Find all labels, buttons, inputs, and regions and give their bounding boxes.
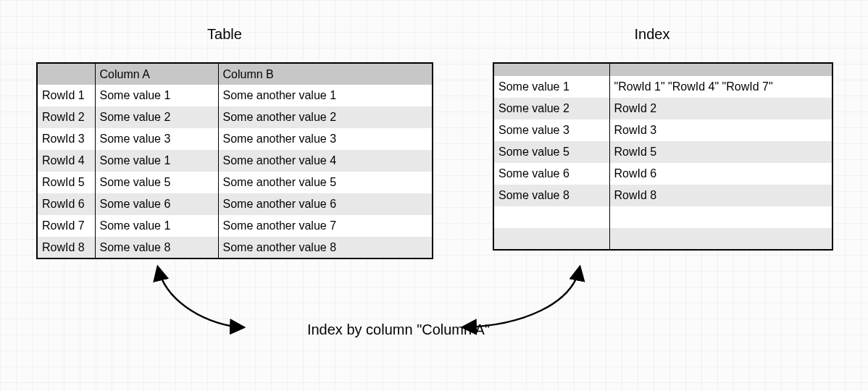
table-cell: RowId 5 xyxy=(609,141,832,163)
table-row: RowId 8Some value 8Some another value 8 xyxy=(37,237,433,258)
table-row: Some value 8RowId 8 xyxy=(493,185,832,206)
table-cell: Some value 3 xyxy=(95,128,218,150)
table-cell: Some value 2 xyxy=(95,106,218,128)
table-cell: Some another value 8 xyxy=(218,237,433,258)
table-cell: RowId 2 xyxy=(37,106,95,128)
table-cell xyxy=(609,228,832,250)
header-cell: Column A xyxy=(95,63,218,85)
table-cell: Some value 1 xyxy=(493,76,609,98)
table-cell: Some value 8 xyxy=(95,237,218,258)
table-cell xyxy=(493,228,609,250)
table-row: Some value 5RowId 5 xyxy=(493,141,832,163)
table-cell: Some value 1 xyxy=(95,215,218,237)
table-cell: Some another value 6 xyxy=(218,193,433,215)
table-cell: Some value 6 xyxy=(95,193,218,215)
table-cell: RowId 8 xyxy=(37,237,95,258)
data-table: Column A Column B RowId 1Some value 1Som… xyxy=(36,62,433,259)
header-cell xyxy=(493,63,609,76)
table-cell: "RowId 1" "RowId 4" "RowId 7" xyxy=(609,76,832,98)
diagram-caption: Index by column "Column A" xyxy=(246,321,551,338)
table-row: Some value 2RowId 2 xyxy=(493,98,832,119)
header-cell: Column B xyxy=(218,63,433,85)
table-cell: Some another value 3 xyxy=(218,128,433,150)
table-cell: Some value 5 xyxy=(493,141,609,163)
table-row: RowId 3Some value 3Some another value 3 xyxy=(37,128,433,150)
table-row: RowId 5Some value 5Some another value 5 xyxy=(37,172,433,193)
table-cell: RowId 6 xyxy=(37,193,95,215)
table-cell: RowId 6 xyxy=(609,163,832,185)
table-row: Some value 3RowId 3 xyxy=(493,119,832,141)
table-cell: Some value 8 xyxy=(493,185,609,206)
table-cell: Some another value 5 xyxy=(218,172,433,193)
table-row xyxy=(493,228,832,250)
header-cell xyxy=(37,63,95,85)
table-row: RowId 4Some value 1Some another value 4 xyxy=(37,150,433,172)
table-cell xyxy=(493,206,609,228)
table-cell: Some value 5 xyxy=(95,172,218,193)
table-cell: RowId 3 xyxy=(37,128,95,150)
table-row: RowId 2Some value 2Some another value 2 xyxy=(37,106,433,128)
table-cell: Some value 1 xyxy=(95,150,218,172)
table-cell: Some another value 7 xyxy=(218,215,433,237)
table-cell: Some another value 1 xyxy=(218,85,433,106)
table-cell: Some another value 2 xyxy=(218,106,433,128)
table-row: Some value 1"RowId 1" "RowId 4" "RowId 7… xyxy=(493,76,832,98)
table-title: Table xyxy=(181,26,268,43)
table-cell: Some another value 4 xyxy=(218,150,433,172)
table-cell: RowId 1 xyxy=(37,85,95,106)
index-title: Index xyxy=(609,26,696,43)
table-cell: RowId 2 xyxy=(609,98,832,119)
table-header-row: Column A Column B xyxy=(37,63,433,85)
table-row: RowId 1Some value 1Some another value 1 xyxy=(37,85,433,106)
table-cell: RowId 3 xyxy=(609,119,832,141)
table-cell: RowId 7 xyxy=(37,215,95,237)
table-row: RowId 6Some value 6Some another value 6 xyxy=(37,193,433,215)
table-header-row xyxy=(493,63,832,76)
table-cell: RowId 8 xyxy=(609,185,832,206)
table-cell: Some value 1 xyxy=(95,85,218,106)
table-cell: RowId 4 xyxy=(37,150,95,172)
table-cell: Some value 2 xyxy=(493,98,609,119)
table-cell: Some value 3 xyxy=(493,119,609,141)
index-table: Some value 1"RowId 1" "RowId 4" "RowId 7… xyxy=(493,62,833,251)
table-row xyxy=(493,206,832,228)
header-cell xyxy=(609,63,832,76)
table-cell: RowId 5 xyxy=(37,172,95,193)
table-cell xyxy=(609,206,832,228)
table-cell: Some value 6 xyxy=(493,163,609,185)
table-row: Some value 6RowId 6 xyxy=(493,163,832,185)
table-row: RowId 7Some value 1Some another value 7 xyxy=(37,215,433,237)
